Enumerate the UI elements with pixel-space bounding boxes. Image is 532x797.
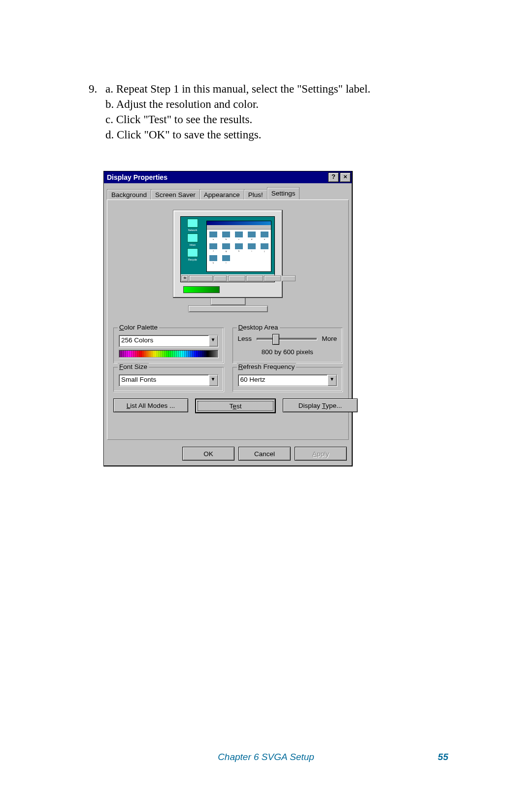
- step-line-a: a. Repeat Step 1 in this manual, select …: [105, 83, 370, 95]
- test-button[interactable]: Test: [195, 398, 276, 413]
- color-palette-value: 256 Colors: [119, 335, 208, 346]
- step-number: 9.: [89, 81, 105, 97]
- titlebar: Display Properties ? ×: [104, 171, 352, 183]
- refresh-frequency-combo[interactable]: 60 Hertz ▼: [238, 374, 337, 386]
- instruction-step: 9.a. Repeat Step 1 in this manual, selec…: [89, 81, 458, 142]
- resolution-value: 800 by 600 pixels: [238, 348, 337, 356]
- desktop-area-group: Desktop Area Less More 800 by 600 pixels: [233, 328, 343, 363]
- font-size-value: Small Fonts: [119, 375, 208, 386]
- desktop-area-legend: Desktop Area: [237, 324, 280, 331]
- apply-button[interactable]: Apply: [295, 447, 347, 461]
- font-size-legend: Font Size: [118, 363, 149, 370]
- slider-less-label: Less: [238, 335, 252, 342]
- refresh-frequency-group: Refresh Frequency 60 Hertz ▼: [233, 367, 343, 392]
- dialog-footer-buttons: OK Cancel Apply: [104, 443, 352, 465]
- settings-panel: Network Inbox Recycle a b: [107, 199, 349, 440]
- list-all-modes-button[interactable]: List All Modes ...: [113, 398, 188, 412]
- font-size-combo[interactable]: Small Fonts ▼: [119, 374, 218, 386]
- color-palette-legend: Color Palette: [118, 324, 159, 331]
- tab-screensaver[interactable]: Screen Saver: [151, 189, 200, 200]
- color-palette-group: Color Palette 256 Colors ▼: [113, 328, 224, 363]
- footer-chapter: Chapter 6 SVGA Setup: [218, 752, 314, 763]
- step-line-d: d. Click "OK" to save the settings.: [89, 127, 458, 142]
- tab-appearance[interactable]: Appearance: [200, 189, 244, 200]
- page-footer: Chapter 6 SVGA Setup 55: [0, 752, 532, 763]
- footer-page-number: 55: [438, 752, 448, 763]
- color-palette-combo[interactable]: 256 Colors ▼: [119, 335, 218, 347]
- slider-more-label: More: [322, 335, 337, 342]
- cancel-button[interactable]: Cancel: [238, 447, 291, 461]
- dialog-title: Display Properties: [107, 173, 327, 181]
- tab-settings[interactable]: Settings: [267, 187, 300, 199]
- monitor-preview: Network Inbox Recycle a b: [113, 206, 342, 324]
- color-spectrum-preview: [119, 350, 218, 358]
- preview-screen: Network Inbox Recycle a b: [180, 216, 275, 282]
- refresh-frequency-legend: Refresh Frequency: [237, 363, 297, 370]
- tab-background[interactable]: Background: [107, 189, 151, 200]
- tab-strip: Background Screen Saver Appearance Plus!…: [104, 183, 352, 199]
- chevron-down-icon: ▼: [327, 375, 336, 386]
- display-properties-dialog: Display Properties ? × Background Screen…: [103, 171, 353, 466]
- font-size-group: Font Size Small Fonts ▼: [113, 367, 224, 392]
- chevron-down-icon: ▼: [208, 375, 218, 386]
- display-type-button[interactable]: Display Type...: [283, 398, 358, 412]
- help-icon: ?: [332, 173, 335, 180]
- resolution-slider[interactable]: [257, 338, 317, 340]
- help-button[interactable]: ?: [328, 172, 339, 182]
- step-line-c: c. Click "Test" to see the results.: [89, 112, 458, 127]
- refresh-frequency-value: 60 Hertz: [238, 375, 328, 386]
- tab-plus[interactable]: Plus!: [244, 189, 267, 200]
- close-button[interactable]: ×: [340, 172, 351, 182]
- ok-button[interactable]: OK: [182, 447, 234, 461]
- close-icon: ×: [343, 173, 347, 180]
- step-line-b: b. Adjust the resolution and color.: [89, 97, 458, 112]
- slider-thumb[interactable]: [272, 334, 279, 345]
- chevron-down-icon: ▼: [208, 335, 218, 346]
